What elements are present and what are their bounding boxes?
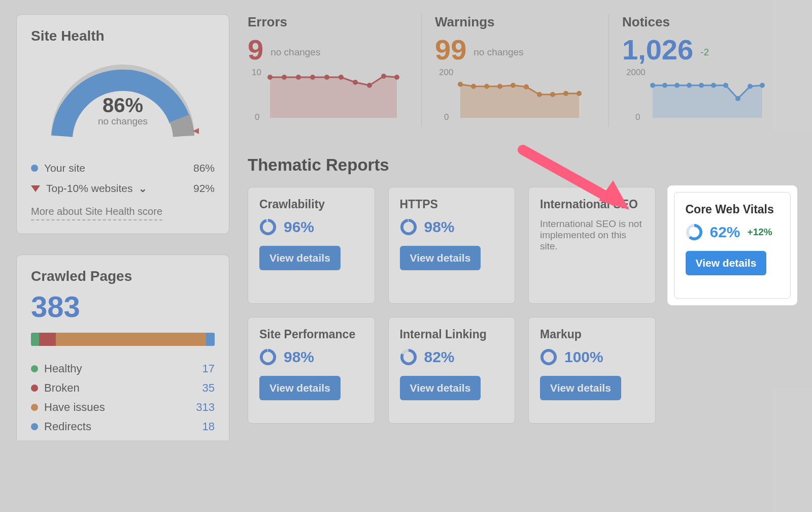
legend-your-site: Your site 86% [31,158,215,178]
svg-point-39 [401,220,415,234]
donut-icon [400,218,417,236]
svg-point-6 [324,75,329,80]
svg-point-31 [711,83,716,88]
svg-point-3 [282,75,287,80]
site-health-sub: no changes [47,116,199,127]
crawled-pages-card: Crawled Pages 383 Healthy 17 Broken 35 H… [16,254,229,440]
dot-icon [31,404,38,411]
report-core-web-vitals: Core Web Vitals 62% +12% View details [674,192,791,299]
svg-point-16 [484,84,489,89]
view-details-button[interactable]: View details [400,246,481,270]
svg-point-19 [524,84,529,89]
svg-point-20 [537,92,542,97]
svg-point-26 [650,83,655,88]
svg-point-43 [261,350,275,364]
report-https: HTTPS 98% View details [388,187,516,304]
svg-point-30 [699,83,704,88]
stat-warnings[interactable]: Warnings 99no changes 200 0 [421,14,608,127]
svg-point-27 [662,83,667,88]
donut-icon [400,348,417,366]
svg-point-18 [511,83,516,88]
view-details-button[interactable]: View details [400,376,481,400]
stat-errors[interactable]: Errors 9no changes 10 0 [248,14,421,127]
site-health-pct: 86% [47,94,199,117]
svg-point-28 [674,83,680,88]
svg-point-4 [296,75,301,80]
donut-icon [259,218,277,236]
report-markup: Markup 100% View details [528,317,656,424]
annotation-arrow-icon [523,150,639,228]
legend-broken[interactable]: Broken 35 [31,378,215,398]
svg-point-29 [687,83,692,88]
svg-point-10 [381,74,386,79]
svg-point-9 [367,83,372,88]
crawled-stack-bar [31,333,215,346]
legend-redirects[interactable]: Redirects 18 [31,417,215,436]
svg-point-15 [471,84,476,89]
dot-icon [31,165,38,172]
report-internal-linking: Internal Linking 82% View details [388,317,516,424]
svg-text:200: 200 [439,68,453,77]
svg-point-17 [497,84,502,89]
crawled-title: Crawled Pages [31,268,215,284]
crawled-total: 383 [31,290,215,324]
donut-icon [686,223,703,241]
dot-icon [31,365,38,372]
legend-healthy[interactable]: Healthy 17 [31,359,215,378]
axis-bottom: 0 [255,112,259,122]
svg-point-11 [394,75,399,80]
dot-icon [31,385,38,392]
site-health-card: Site Health 86% no changes [16,14,229,234]
thematic-grid: Crawlability 96% View details HTTPS 98% … [248,187,796,424]
svg-point-35 [760,83,765,88]
svg-point-8 [353,80,358,85]
svg-point-21 [550,92,555,97]
chevron-down-icon: ⌄ [139,182,147,195]
view-details-button[interactable]: View details [540,376,621,400]
svg-point-14 [458,82,463,87]
dot-icon [31,423,38,430]
highlight-core-web-vitals: Core Web Vitals 62% +12% View details [669,187,796,304]
donut-icon [540,348,557,366]
stat-notices[interactable]: Notices 1,026-2 2000 0 [608,14,796,127]
svg-text:0: 0 [444,112,449,122]
svg-point-7 [339,75,344,80]
svg-point-46 [542,350,555,364]
svg-point-33 [735,96,740,101]
site-health-gauge: 86% no changes [47,52,199,149]
svg-point-34 [748,84,753,89]
report-site-performance: Site Performance 98% View details [248,317,375,424]
triangle-down-icon [31,185,40,192]
svg-point-2 [267,75,273,80]
view-details-button[interactable]: View details [259,246,341,270]
thematic-title: Thematic Reports [248,155,796,175]
svg-point-5 [310,75,315,80]
view-details-button[interactable]: View details [686,251,767,275]
svg-point-23 [577,91,582,96]
legend-top10[interactable]: Top-10% websites⌄ 92% [31,178,215,199]
stats-row: Errors 9no changes 10 0 [248,14,796,127]
svg-line-47 [523,150,614,201]
svg-text:2000: 2000 [626,68,646,77]
more-about-link[interactable]: More about Site Health score [31,206,162,220]
svg-point-32 [723,83,728,88]
site-health-title: Site Health [31,28,215,44]
svg-point-37 [261,220,275,234]
svg-text:0: 0 [635,112,640,122]
legend-issues[interactable]: Have issues 313 [31,398,215,417]
view-details-button[interactable]: View details [259,376,341,400]
axis-top: 10 [252,68,261,77]
svg-point-22 [563,91,568,96]
report-crawlability: Crawlability 96% View details [248,187,375,304]
donut-icon [259,348,277,366]
